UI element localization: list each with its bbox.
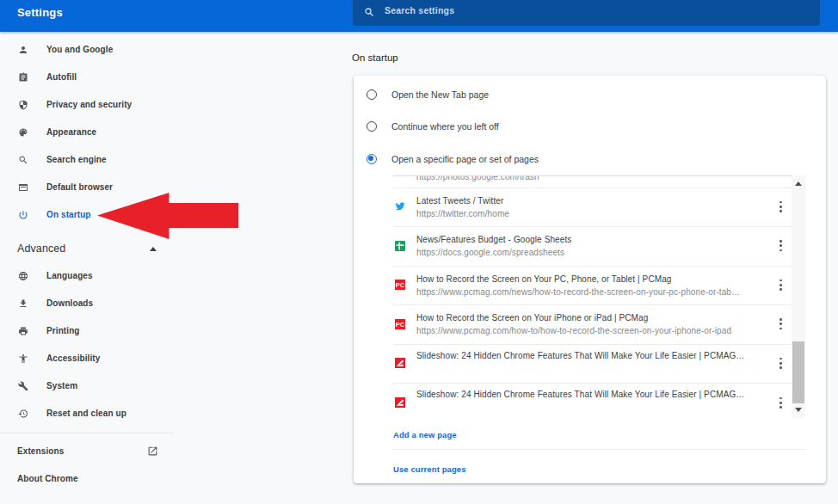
svg-text:PC: PC <box>396 321 405 329</box>
svg-text:PC: PC <box>396 281 405 289</box>
